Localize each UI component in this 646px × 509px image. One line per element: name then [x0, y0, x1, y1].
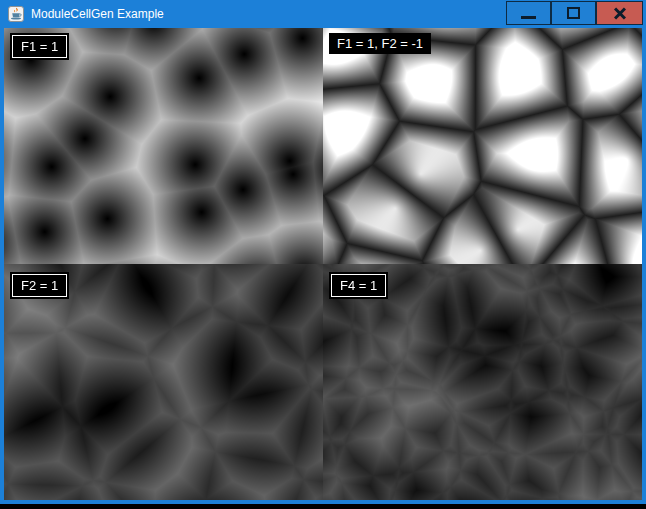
panel-label-f1-minus-f2: F1 = 1, F2 = -1	[329, 33, 431, 54]
panel-label-f4: F4 = 1	[331, 274, 386, 297]
panel-f2: F2 = 1	[4, 264, 323, 500]
noise-canvas-f1	[4, 28, 323, 264]
java-app-icon	[8, 6, 24, 22]
window-controls	[506, 1, 643, 25]
maximize-icon	[567, 7, 580, 19]
panel-f1-minus-f2: F1 = 1, F2 = -1	[323, 28, 642, 264]
window-title: ModuleCellGen Example	[31, 7, 164, 21]
close-button[interactable]	[596, 1, 643, 25]
noise-canvas-f2	[4, 264, 323, 500]
minimize-icon	[521, 16, 536, 19]
noise-canvas-f4	[323, 264, 642, 500]
content-area: F1 = 1 F1 = 1, F2 = -1 F2 = 1 F4 = 1	[4, 28, 642, 500]
minimize-button[interactable]	[506, 1, 551, 25]
titlebar[interactable]: ModuleCellGen Example	[0, 0, 646, 28]
panel-label-f2: F2 = 1	[12, 274, 67, 297]
noise-canvas-f1-minus-f2	[323, 28, 642, 264]
maximize-button[interactable]	[551, 1, 596, 25]
app-window: ModuleCellGen Example F1 = 1 F1 = 1, F2 …	[0, 0, 646, 504]
close-icon	[613, 6, 627, 20]
panel-f1: F1 = 1	[4, 28, 323, 264]
panel-label-f1: F1 = 1	[12, 35, 67, 58]
panel-f4: F4 = 1	[323, 264, 642, 500]
